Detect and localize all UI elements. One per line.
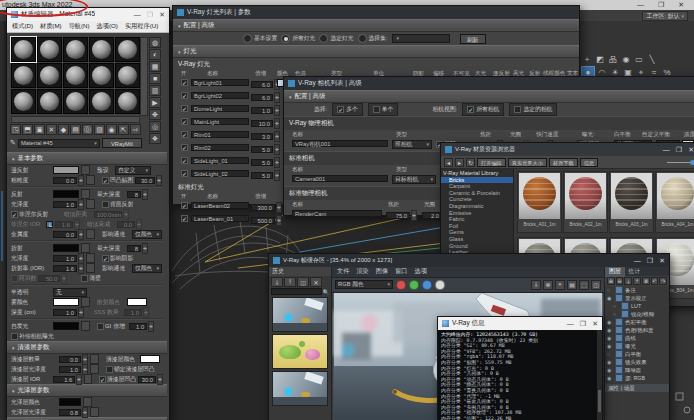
vfb-menu-1[interactable]: 渲染 (356, 267, 368, 276)
vfb-titlebar[interactable]: V-Ray 帧缓存区 - [35.4% of 2000 x 1273] —❐✕ (269, 254, 669, 267)
close-icon[interactable]: ✕ (659, 254, 665, 267)
slots-scrollbar[interactable] (140, 37, 148, 116)
show-in-viewport-icon[interactable]: ▨ (94, 124, 105, 135)
menu-item-4[interactable]: 实用程序(U) (125, 22, 158, 31)
spinner[interactable] (61, 273, 67, 284)
history-compare-icon[interactable]: ◫ (297, 277, 309, 287)
history-delete-icon[interactable]: ✕ (310, 277, 322, 287)
checkbox[interactable] (11, 275, 18, 282)
value-field[interactable]: 0.0 (117, 221, 135, 228)
sample-type-icon[interactable]: ◍ (149, 37, 161, 48)
checkbox[interactable]: ✓ (102, 255, 109, 262)
value-field[interactable]: DomeLight (191, 105, 249, 112)
spinner[interactable] (274, 92, 280, 103)
value-field[interactable]: 1.0 (251, 107, 273, 114)
value-field[interactable]: 1.0 (53, 255, 77, 262)
layer-visibility-icon[interactable]: ○ (613, 303, 619, 309)
dropdown[interactable]: 仅颜色 (132, 230, 162, 239)
maximize-icon[interactable]: ❐ (147, 8, 153, 21)
tree-item-Carpaint[interactable]: Carpaint (441, 183, 513, 190)
value-field[interactable]: 30.0 (135, 177, 155, 184)
vfb-menu-2[interactable]: 图像 (376, 267, 388, 276)
backlight-icon[interactable]: ◐ (149, 49, 161, 60)
history-thumbnail-0[interactable] (272, 297, 328, 332)
material-sample-slot[interactable] (63, 63, 88, 88)
background-icon[interactable]: ▦ (149, 61, 161, 72)
layer-visibility-icon[interactable]: ○ (613, 311, 619, 317)
value-field[interactable]: 1.0 (129, 323, 147, 330)
layer-visibility-icon[interactable]: ◉ (607, 295, 613, 301)
map-slot-button[interactable] (86, 263, 95, 273)
channel-toggle-2[interactable] (422, 280, 432, 290)
layer-item[interactable]: ○锐化/模糊 (605, 310, 669, 318)
checkbox[interactable]: ✓ (181, 118, 188, 125)
app-window-controls[interactable]: — ❐ ✕ (637, 0, 690, 10)
value-field[interactable]: SideLight_01 (191, 157, 249, 164)
get-material-icon[interactable]: ◳ (10, 124, 21, 135)
material-sample-slot[interactable] (37, 89, 62, 114)
add-layer-icon[interactable]: ⊕ (607, 277, 615, 285)
material-sample-slot[interactable] (37, 37, 62, 62)
checkbox[interactable]: ✓ (181, 170, 188, 177)
slots-hscrollbar[interactable] (11, 116, 140, 123)
go-to-parent-icon[interactable]: ⇱ (118, 124, 129, 135)
library-titlebar[interactable]: V-Ray 材质资源浏览器 —❐✕ (441, 143, 694, 156)
make-preview-icon[interactable]: ▶ (149, 97, 161, 108)
value-field[interactable]: 5.0 (251, 159, 273, 166)
value-field[interactable]: 30.0 (138, 376, 156, 383)
maximize-icon[interactable]: ❐ (647, 254, 653, 267)
layer-item[interactable]: ○备注 (605, 286, 669, 294)
vfb-menu-0[interactable]: 文件 (337, 267, 349, 276)
material-sample-slot[interactable] (89, 37, 114, 62)
tree-item-Concrete[interactable]: Concrete (441, 196, 513, 203)
channel-toggle-0[interactable] (396, 280, 406, 290)
radio-选定灯光[interactable] (319, 34, 328, 43)
value-field[interactable]: 300.0 (251, 204, 275, 211)
value-field[interactable]: BgrLight01 (191, 79, 249, 86)
checkbox[interactable]: ✓ (181, 105, 188, 112)
tree-item-Foil[interactable]: Foil (441, 223, 513, 230)
tree-item-Bricks[interactable]: Bricks (441, 177, 513, 184)
color-swatch[interactable] (53, 166, 79, 174)
value-field[interactable]: 1.0 (53, 309, 77, 316)
minimize-icon[interactable]: — (634, 254, 641, 267)
rollout-1[interactable]: 清漆层参数 (7, 341, 167, 354)
tree-item-Ground[interactable]: Ground (441, 243, 513, 250)
value-field[interactable]: 5.0 (251, 146, 273, 153)
dropdown[interactable]: 自定义 (115, 166, 151, 175)
layers-tab-统计[interactable]: 统计 (625, 267, 645, 277)
delete-layer-icon[interactable]: ⊖ (616, 277, 624, 285)
spinner[interactable] (148, 321, 154, 332)
spinner[interactable] (78, 263, 84, 274)
material-sample-slot[interactable] (115, 63, 140, 88)
material-sample-slot[interactable] (11, 89, 36, 114)
value-field[interactable]: LaserBeam_01 (191, 215, 249, 222)
load-preset-icon[interactable]: ⤒ (633, 277, 641, 285)
menu-item-2[interactable]: 导航(N) (69, 22, 90, 31)
make-unique-icon[interactable]: ◆ (58, 124, 69, 135)
value-field[interactable]: Rim01 (191, 131, 249, 138)
spinner[interactable] (76, 374, 82, 385)
channel-toggle-1[interactable] (409, 280, 419, 290)
checkbox[interactable]: ✓ (181, 144, 188, 151)
spinner[interactable] (78, 307, 84, 318)
material-sample-slot[interactable] (89, 63, 114, 88)
value-field[interactable]: BgrLight02 (191, 92, 249, 99)
material-sample-slot[interactable] (63, 37, 88, 62)
spinner[interactable] (411, 210, 417, 221)
save-preset-icon[interactable]: ⤓ (624, 277, 632, 285)
layer-item[interactable]: ○LUT (605, 302, 669, 310)
go-forward-icon[interactable]: ⇨ (130, 124, 141, 135)
map-slot-button[interactable] (86, 229, 95, 239)
close-icon[interactable]: ✕ (688, 143, 694, 156)
rollout-2[interactable]: 光泽层参数 (7, 384, 167, 397)
checkbox[interactable] (102, 201, 109, 208)
layer-props-header[interactable]: 属性 | 场景 (605, 384, 669, 392)
map-slot-button[interactable] (81, 189, 90, 199)
spinner[interactable] (78, 199, 84, 210)
track-mouse-icon[interactable]: ⌖ (555, 280, 565, 290)
layer-item[interactable]: ◉色彩平衡 (605, 318, 669, 326)
checkbox[interactable] (97, 323, 104, 330)
dropdown[interactable]: 目标相机 (392, 175, 436, 184)
spinner[interactable] (136, 219, 142, 230)
